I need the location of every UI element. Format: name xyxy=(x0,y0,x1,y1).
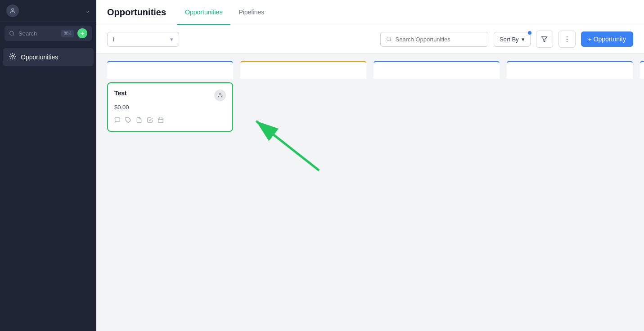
tab-opportunities[interactable]: Opportunities xyxy=(177,0,230,25)
file-icon[interactable] xyxy=(136,117,142,125)
sidebar-search[interactable]: Search ⌘K + xyxy=(5,26,92,41)
sidebar-item-label: Opportunities xyxy=(21,54,58,61)
chevron-down-icon: ⌄ xyxy=(86,8,90,14)
kanban-column-2 xyxy=(240,61,366,132)
search-box[interactable] xyxy=(380,32,488,47)
toolbar: I ▾ Sort By ▾ ⋮ + Opportunity xyxy=(96,25,644,54)
kanban-area: Test $0.00 xyxy=(96,54,644,139)
sidebar-item-opportunities[interactable]: Opportunities xyxy=(3,48,94,66)
tab-pipelines[interactable]: Pipelines xyxy=(230,0,272,25)
column-header-1 xyxy=(107,61,233,79)
filter-button[interactable] xyxy=(536,31,553,48)
notification-dot xyxy=(528,31,531,35)
svg-point-0 xyxy=(12,9,14,11)
page-title: Opportunities xyxy=(107,7,166,18)
kanban-column-3 xyxy=(374,61,500,132)
column-header-4 xyxy=(507,61,633,79)
add-opportunity-button[interactable]: + Opportunity xyxy=(581,31,633,47)
svg-point-5 xyxy=(219,94,221,95)
svg-rect-7 xyxy=(158,118,163,123)
tag-icon[interactable] xyxy=(125,117,131,125)
user-menu[interactable]: ⌄ xyxy=(0,0,96,22)
card-name: Test xyxy=(114,89,127,97)
svg-point-2 xyxy=(12,55,14,57)
sort-label: Sort By xyxy=(500,36,519,43)
more-icon: ⋮ xyxy=(563,35,571,44)
sidebar: ⌄ Search ⌘K + Opportunities xyxy=(0,0,96,331)
sort-button[interactable]: Sort By ▾ xyxy=(494,32,531,47)
kanban-column-5 xyxy=(640,61,644,132)
card-avatar xyxy=(214,89,226,101)
column-header-5 xyxy=(640,61,644,79)
svg-point-1 xyxy=(10,31,14,35)
pipeline-select[interactable]: I ▾ xyxy=(107,32,179,47)
user-avatar xyxy=(6,4,19,17)
sidebar-nav: Opportunities xyxy=(0,45,96,331)
comment-icon[interactable] xyxy=(114,117,121,125)
kanban-column-4 xyxy=(507,61,633,132)
main-content: Opportunities Opportunities Pipelines I … xyxy=(96,0,644,331)
opportunity-card[interactable]: Test $0.00 xyxy=(107,82,233,132)
card-actions xyxy=(114,117,226,125)
calendar-icon[interactable] xyxy=(158,117,164,125)
sidebar-add-button[interactable]: + xyxy=(77,28,87,38)
column-header-3 xyxy=(374,61,500,79)
filter-icon xyxy=(541,36,548,43)
kanban-wrapper: Test $0.00 xyxy=(96,54,644,331)
search-label: Search xyxy=(18,30,58,37)
add-opportunity-label: + Opportunity xyxy=(588,36,626,43)
search-box-icon xyxy=(386,36,392,42)
kanban-column-1: Test $0.00 xyxy=(107,61,233,132)
svg-point-3 xyxy=(387,37,391,40)
sort-chevron-icon: ▾ xyxy=(522,36,525,43)
select-chevron-icon: ▾ xyxy=(170,36,173,43)
svg-marker-4 xyxy=(541,36,547,41)
column-header-2 xyxy=(240,61,366,79)
more-button[interactable]: ⋮ xyxy=(558,31,576,48)
card-amount: $0.00 xyxy=(114,104,226,111)
opportunities-icon xyxy=(9,53,16,62)
top-nav: Opportunities Opportunities Pipelines xyxy=(96,0,644,25)
search-icon xyxy=(9,31,15,36)
pipeline-value: I xyxy=(113,36,115,43)
search-shortcut: ⌘K xyxy=(61,30,74,37)
kanban-board: Test $0.00 xyxy=(107,61,644,132)
task-icon[interactable] xyxy=(147,117,153,125)
search-input[interactable] xyxy=(396,36,482,43)
